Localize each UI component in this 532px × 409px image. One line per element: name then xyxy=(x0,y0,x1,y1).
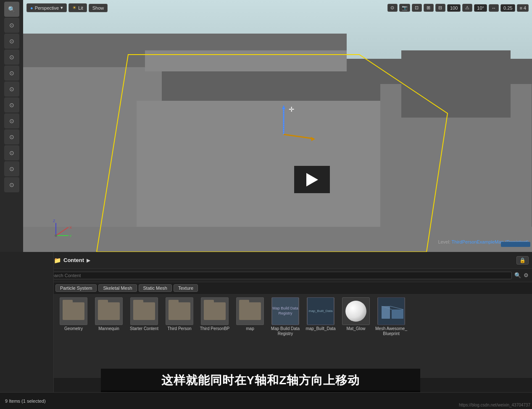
svg-point-13 xyxy=(55,234,57,237)
geo-top-bridge-dark xyxy=(145,34,347,50)
grid-snap-value: 10° xyxy=(474,4,487,12)
sidebar-icon-1[interactable]: ⊙ xyxy=(4,18,19,33)
level-indicator-bar xyxy=(501,242,530,247)
watermark: https://blog.csdn.net/weixin_43704737 xyxy=(459,403,530,407)
search-input[interactable] xyxy=(45,272,512,279)
perspective-icon: ● xyxy=(30,5,33,10)
item-label-map-build: Map Build Data Registry xyxy=(269,326,302,336)
svg-line-7 xyxy=(56,227,68,236)
layer-value-btn[interactable]: ≡ 4 xyxy=(517,4,529,12)
sidebar-icon-9[interactable]: ⊙ xyxy=(4,145,19,160)
item-label-mesh-bp: Mesh Awesome_ Blueprint xyxy=(375,326,408,336)
content-item-third-person[interactable]: Third Person xyxy=(163,297,196,336)
content-item-starter[interactable]: Starter Content xyxy=(128,297,161,336)
sidebar-icon-7[interactable]: ⊙ xyxy=(4,113,19,128)
mat-glow-thumb xyxy=(342,297,370,325)
lit-dropdown[interactable]: ☀ Lit xyxy=(68,3,87,12)
item-label-map-built: map_Built_Data xyxy=(306,326,335,331)
show-dropdown[interactable]: Show xyxy=(89,4,108,12)
show-label: Show xyxy=(92,5,104,10)
subtitle-line1: 这样就能同时在Y轴和Z轴方向上移动 xyxy=(101,369,420,392)
mesh-bp-thumb xyxy=(377,297,405,325)
folder-thumb-third-person xyxy=(166,297,193,325)
geo-right-top xyxy=(401,50,511,118)
filter-skeletal-mesh[interactable]: Skeletal Mesh xyxy=(98,284,137,292)
play-button[interactable] xyxy=(294,166,330,193)
folder-thumb-geometry xyxy=(60,297,87,325)
sidebar-icon-6[interactable]: ⊙ xyxy=(4,97,19,113)
sidebar-icon-2[interactable]: ⊙ xyxy=(4,34,19,49)
sidebar-icon-4[interactable]: ⊙ xyxy=(4,66,19,81)
search-bar: 🔍 ▼ Filters ▾ 🔍 ⚙ xyxy=(0,269,532,282)
sidebar-search-btn[interactable]: 🔍 xyxy=(4,2,19,17)
sidebar-icon-11[interactable]: ⊙ xyxy=(4,177,19,192)
svg-line-17 xyxy=(390,306,403,309)
perspective-dropdown[interactable]: ● Perspective ▾ xyxy=(26,3,67,12)
folder-thumb-third-personbp xyxy=(201,297,229,325)
item-label-third-person: Third Person xyxy=(167,326,191,331)
filter-texture[interactable]: Texture xyxy=(174,284,198,292)
maximize-btn[interactable]: ⊡ xyxy=(412,4,422,12)
content-item-map-build[interactable]: Map Build Data Registry Map Build Data R… xyxy=(269,297,302,336)
filter-static-mesh[interactable]: Static Mesh xyxy=(139,284,172,292)
viewport-toolbar: ● Perspective ▾ ☀ Lit Show ⊙ 📷 ⊡ ⊞ ⊟ 100… xyxy=(23,3,532,12)
perspective-chevron: ▾ xyxy=(61,5,63,10)
svg-text:X: X xyxy=(69,225,72,230)
content-item-mannequin[interactable]: Mannequin xyxy=(92,297,125,336)
sidebar-icon-3[interactable]: ⊙ xyxy=(4,50,19,65)
content-item-mesh-bp[interactable]: Mesh Awesome_ Blueprint xyxy=(375,297,408,336)
content-item-mat-glow[interactable]: Mat_Glow xyxy=(340,297,372,336)
layer-icon: ≡ xyxy=(519,5,522,10)
item-label-third-personbp: Third PersonBP xyxy=(200,326,230,331)
folder-thumb-starter xyxy=(130,297,158,325)
sidebar-icon-5[interactable]: ⊙ xyxy=(4,81,19,97)
sidebar-icon-10[interactable]: ⊙ xyxy=(4,161,19,176)
lock-btn[interactable]: 🔒 xyxy=(516,256,529,265)
folder-thumb-mannequin xyxy=(95,297,123,325)
snap-toggle-btn[interactable]: ↔ xyxy=(489,4,499,12)
geo-left-top xyxy=(23,34,162,67)
map-build-thumb: Map Build Data Registry xyxy=(271,297,299,325)
map-build-label: Map Build Data Registry xyxy=(272,306,298,316)
content-item-third-personbp[interactable]: Third PersonBP xyxy=(198,297,231,336)
map-built-label: map_Built_Data xyxy=(309,309,333,313)
left-sidebar: 🔍 ⊙ ⊙ ⊙ ⊙ ⊙ ⊙ ⊙ ⊙ ⊙ ⊙ ⊙ xyxy=(0,0,23,252)
map-built-thumb: map_Built_Data xyxy=(307,297,334,325)
search-icon-right[interactable]: 🔍 xyxy=(514,272,521,278)
content-browser-title: Content xyxy=(63,257,84,263)
item-label-starter: Starter Content xyxy=(130,326,158,331)
grid-toggle-btn[interactable]: ⚠ xyxy=(462,4,472,12)
sphere-icon xyxy=(345,301,366,322)
svg-text:Z: Z xyxy=(53,219,55,223)
immersive-btn[interactable]: ⊞ xyxy=(424,4,434,12)
scale-value: 0.25 xyxy=(500,4,515,12)
settings-icon[interactable]: ⚙ xyxy=(524,272,529,278)
screenshot-btn[interactable]: 📷 xyxy=(399,4,410,12)
content-item-map[interactable]: map xyxy=(234,297,266,336)
sidebar-icon-8[interactable]: ⊙ xyxy=(4,129,19,144)
content-browser-header: All ◀ ▶ 📁 Content ▶ 🔒 xyxy=(0,252,532,269)
realtime-btn[interactable]: ⊙ xyxy=(387,4,398,12)
content-grid: Geometry Mannequin Starter Content Third… xyxy=(54,294,532,378)
svg-marker-4 xyxy=(311,137,315,141)
svg-text:✛: ✛ xyxy=(289,106,294,113)
folder-icon: 📁 xyxy=(54,257,61,264)
svg-line-3 xyxy=(284,134,313,139)
item-label-geometry: Geometry xyxy=(64,326,83,331)
transform-gizmo: ✛ xyxy=(271,105,321,143)
content-chevron-icon: ▶ xyxy=(87,257,90,263)
item-label-mat-glow: Mat_Glow xyxy=(346,326,365,331)
svg-rect-14 xyxy=(382,306,390,319)
left-content-sidebar xyxy=(0,252,54,409)
content-item-map-built[interactable]: map_Built_Data map_Built_Data xyxy=(304,297,337,336)
content-item-geometry[interactable]: Geometry xyxy=(57,297,90,336)
bookmarks-btn[interactable]: ⊟ xyxy=(435,4,445,12)
filter-particle-system[interactable]: Particle System xyxy=(55,284,97,292)
svg-text:Y: Y xyxy=(69,234,72,238)
folder-thumb-map xyxy=(236,297,264,325)
axes-indicator: X Y Z xyxy=(52,219,75,242)
mesh-bp-icon xyxy=(378,298,405,325)
viewport[interactable]: ✛ ● Perspective ▾ ☀ Lit Show ⊙ 📷 ⊡ ⊞ ⊟ 1… xyxy=(23,0,532,252)
lit-label: Lit xyxy=(78,5,83,10)
svg-rect-15 xyxy=(392,309,403,319)
